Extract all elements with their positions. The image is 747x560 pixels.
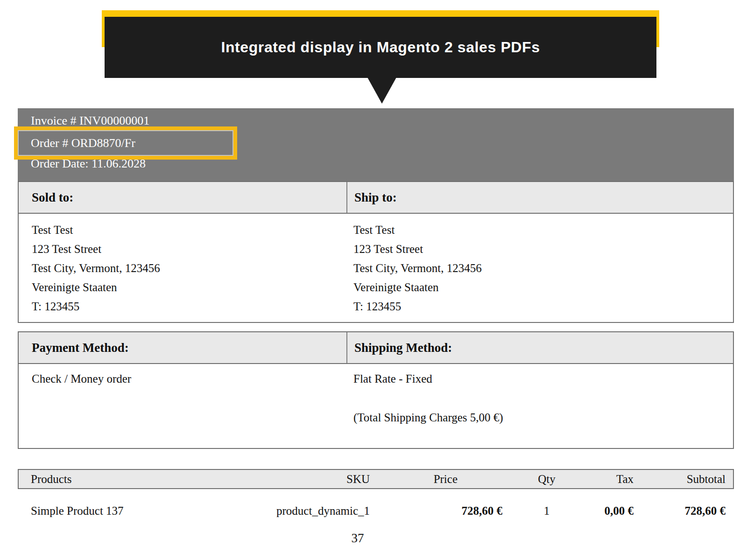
shipping-method-value: Flat Rate - Fixed bbox=[353, 372, 432, 385]
column-header-subtotal: Subtotal bbox=[634, 473, 733, 486]
column-header-price: Price bbox=[370, 473, 502, 486]
address-line: Vereinigte Staaten bbox=[353, 278, 482, 297]
product-qty-cell: 1 bbox=[502, 504, 591, 518]
address-section-header: Sold to: Ship to: bbox=[18, 181, 734, 214]
shipping-total-charges: (Total Shipping Charges 5,00 €) bbox=[353, 411, 503, 424]
address-line: Vereinigte Staaten bbox=[32, 278, 160, 297]
address-line: Test Test bbox=[32, 220, 160, 239]
product-name-cell: Simple Product 137 bbox=[19, 504, 229, 518]
ship-to-address: Test Test 123 Test Street Test City, Ver… bbox=[353, 220, 482, 316]
pdf-preview-page: Integrated display in Magento 2 sales PD… bbox=[0, 0, 747, 560]
address-line: Test City, Vermont, 123456 bbox=[353, 259, 482, 278]
column-header-products: Products bbox=[19, 473, 229, 486]
payment-method-label: Payment Method: bbox=[32, 341, 129, 355]
invoice-number-line: Invoice # INV00000001 bbox=[31, 114, 149, 128]
order-number-highlight-box bbox=[14, 126, 237, 160]
callout-banner: Integrated display in Magento 2 sales PD… bbox=[105, 17, 656, 78]
table-row: Simple Product 137 product_dynamic_1 728… bbox=[19, 504, 733, 518]
address-line: T: 123455 bbox=[32, 297, 160, 316]
shipping-method-header-cell: Shipping Method: bbox=[346, 332, 733, 363]
product-tax-cell: 0,00 € bbox=[591, 504, 634, 518]
page-number: 37 bbox=[18, 531, 698, 546]
column-header-tax: Tax bbox=[591, 473, 634, 486]
address-line: 123 Test Street bbox=[353, 239, 482, 259]
payment-method-value: Check / Money order bbox=[32, 372, 131, 385]
product-price-cell: 728,60 € bbox=[370, 504, 502, 518]
address-line: T: 123455 bbox=[353, 297, 482, 316]
banner-pointer-triangle bbox=[367, 77, 396, 104]
shipping-method-label: Shipping Method: bbox=[354, 341, 452, 355]
ship-to-header-cell: Ship to: bbox=[346, 182, 733, 213]
ship-to-label: Ship to: bbox=[354, 190, 397, 205]
payment-method-header-cell: Payment Method: bbox=[19, 332, 346, 363]
methods-section-header: Payment Method: Shipping Method: bbox=[18, 331, 734, 364]
address-line: 123 Test Street bbox=[32, 239, 160, 259]
column-header-sku: SKU bbox=[229, 473, 370, 486]
product-subtotal-cell: 728,60 € bbox=[634, 504, 733, 518]
sold-to-label: Sold to: bbox=[32, 190, 73, 205]
sold-to-address: Test Test 123 Test Street Test City, Ver… bbox=[32, 220, 160, 316]
address-section-body: Test Test 123 Test Street Test City, Ver… bbox=[18, 214, 734, 323]
products-table-header: Products SKU Price Qty Tax Subtotal bbox=[18, 469, 734, 489]
address-line: Test Test bbox=[353, 220, 482, 239]
banner-title: Integrated display in Magento 2 sales PD… bbox=[221, 39, 540, 56]
address-line: Test City, Vermont, 123456 bbox=[32, 259, 160, 278]
methods-section-body: Check / Money order Flat Rate - Fixed (T… bbox=[18, 364, 734, 449]
column-header-qty: Qty bbox=[502, 473, 591, 486]
product-sku-cell: product_dynamic_1 bbox=[229, 504, 370, 518]
sold-to-header-cell: Sold to: bbox=[19, 182, 346, 213]
